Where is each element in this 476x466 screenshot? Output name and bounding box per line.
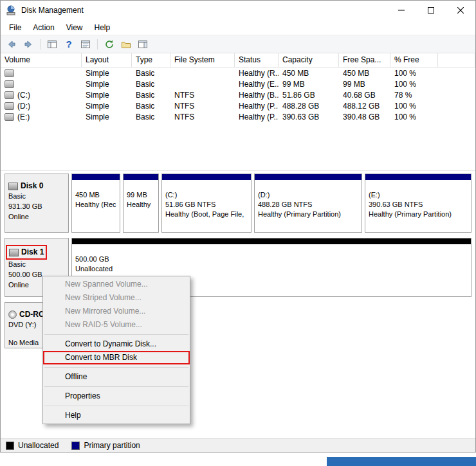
filesystem-cell: NTFS bbox=[170, 100, 235, 111]
column-header-pctfree[interactable]: % Free bbox=[390, 53, 438, 67]
console-tree-icon[interactable] bbox=[45, 37, 59, 51]
volume-table-header: Volume Layout Type File System Status Ca… bbox=[1, 53, 475, 67]
partition-size: 450 MB bbox=[75, 190, 116, 200]
menu-item-new-striped-volume: New Striped Volume... bbox=[43, 291, 190, 305]
status-cell: Healthy (E... bbox=[235, 78, 279, 89]
pctfree-cell: 78 % bbox=[390, 89, 438, 100]
partition-color-strip bbox=[124, 174, 158, 180]
filler-cell bbox=[438, 67, 475, 78]
disk1-type: Basic bbox=[8, 260, 65, 270]
volume-cell: (C:) bbox=[1, 89, 82, 100]
column-header-capacity[interactable]: Capacity bbox=[279, 53, 339, 67]
toolbar-separator bbox=[40, 39, 41, 49]
menu-item-convert-to-mbr-disk[interactable]: Convert to MBR Disk bbox=[43, 351, 190, 364]
type-cell: Basic bbox=[132, 67, 170, 78]
disk-management-window: Disk Management File Action View Help bbox=[0, 0, 476, 453]
volume-name: (E:) bbox=[17, 112, 30, 121]
partition-title: (E:) bbox=[369, 190, 468, 200]
filesystem-cell: NTFS bbox=[170, 89, 235, 100]
help-icon[interactable]: ? bbox=[62, 37, 76, 51]
status-cell: Healthy (B... bbox=[235, 89, 279, 100]
column-header-status[interactable]: Status bbox=[235, 53, 279, 67]
filler-cell bbox=[438, 111, 475, 122]
disk0-row: Disk 0 Basic 931.30 GB Online 450 MB Hea… bbox=[5, 174, 471, 233]
properties-icon[interactable] bbox=[78, 37, 93, 51]
freespace-cell: 99 MB bbox=[339, 78, 390, 89]
menu-item-convert-to-dynamic-disk[interactable]: Convert to Dynamic Disk... bbox=[43, 337, 190, 351]
filesystem-cell bbox=[170, 67, 235, 78]
close-button[interactable] bbox=[446, 1, 475, 20]
partition-size: 488.28 GB NTFS bbox=[258, 200, 358, 210]
cd-icon bbox=[8, 310, 17, 319]
menu-item-properties[interactable]: Properties bbox=[43, 390, 190, 403]
volume-cell: (E:) bbox=[1, 111, 82, 122]
capacity-cell: 450 MB bbox=[279, 67, 339, 78]
partition-size: 99 MB bbox=[127, 190, 155, 200]
volume-row[interactable]: Simple Basic Healthy (E... 99 MB 99 MB 1… bbox=[1, 78, 475, 89]
pctfree-cell: 100 % bbox=[390, 100, 438, 111]
partition-info: (D:) 488.28 GB NTFS Healthy (Primary Par… bbox=[255, 180, 362, 219]
status-cell: Healthy (P... bbox=[235, 100, 279, 111]
type-cell: Basic bbox=[132, 78, 170, 89]
menu-separator bbox=[44, 386, 188, 387]
freespace-cell: 40.68 GB bbox=[339, 89, 390, 100]
column-header-freespace[interactable]: Free Spa... bbox=[339, 53, 390, 67]
partition-title: (D:) bbox=[258, 190, 358, 200]
partition-e[interactable]: (E:) 390.63 GB NTFS Healthy (Primary Par… bbox=[365, 174, 471, 233]
disk-icon bbox=[8, 183, 18, 190]
freespace-cell: 390.48 GB bbox=[339, 111, 390, 122]
minimize-button[interactable] bbox=[387, 1, 416, 20]
drive-icon bbox=[5, 91, 14, 99]
volume-row[interactable]: (C:) Simple Basic NTFS Healthy (B... 51.… bbox=[1, 89, 475, 100]
partition-status: Healthy (Rec bbox=[75, 200, 116, 210]
volume-row[interactable]: Simple Basic Healthy (R... 450 MB 450 MB… bbox=[1, 67, 475, 78]
volume-row[interactable]: (D:) Simple Basic NTFS Healthy (P... 488… bbox=[1, 100, 475, 111]
menu-item-new-raid5-volume: New RAID-5 Volume... bbox=[43, 318, 190, 332]
primary-partition-swatch bbox=[71, 442, 80, 450]
partition-recovery[interactable]: 450 MB Healthy (Rec bbox=[71, 174, 120, 233]
maximize-button[interactable] bbox=[416, 1, 446, 20]
action-pane-icon[interactable] bbox=[136, 37, 150, 51]
filesystem-cell: NTFS bbox=[170, 111, 235, 122]
forward-icon[interactable] bbox=[21, 37, 35, 51]
partition-d[interactable]: (D:) 488.28 GB NTFS Healthy (Primary Par… bbox=[254, 174, 362, 233]
column-header-filesystem[interactable]: File System bbox=[170, 53, 235, 67]
layout-cell: Simple bbox=[82, 111, 132, 122]
partition-status: Healthy (Boot, Page File, bbox=[165, 210, 248, 219]
layout-cell: Simple bbox=[82, 78, 132, 89]
menu-item-help[interactable]: Help bbox=[43, 409, 190, 422]
partition-color-strip bbox=[365, 174, 471, 180]
freespace-cell: 450 MB bbox=[339, 67, 390, 78]
refresh-icon[interactable] bbox=[102, 37, 116, 51]
type-cell: Basic bbox=[132, 89, 170, 100]
menu-help[interactable]: Help bbox=[89, 21, 116, 34]
menu-item-offline[interactable]: Offline bbox=[43, 370, 190, 384]
pctfree-cell: 100 % bbox=[390, 67, 438, 78]
capacity-cell: 51.86 GB bbox=[279, 89, 339, 100]
disk1-annotation-box: Disk 1 bbox=[6, 245, 47, 260]
menu-action[interactable]: Action bbox=[27, 21, 60, 34]
partition-size: 500.00 GB bbox=[75, 255, 468, 264]
partition-color-strip bbox=[255, 174, 362, 180]
partition-info: 500.00 GB Unallocated bbox=[72, 244, 471, 274]
export-list-icon[interactable] bbox=[119, 37, 133, 51]
partition-info: 99 MB Healthy bbox=[124, 180, 158, 210]
partition-color-strip bbox=[162, 174, 251, 180]
disk0-panel[interactable]: Disk 0 Basic 931.30 GB Online bbox=[5, 174, 69, 233]
menu-file[interactable]: File bbox=[3, 21, 27, 34]
menu-separator bbox=[44, 406, 188, 406]
column-header-type[interactable]: Type bbox=[132, 53, 170, 67]
menu-separator bbox=[44, 334, 188, 335]
menu-view[interactable]: View bbox=[60, 21, 89, 34]
menu-item-new-spanned-volume: New Spanned Volume... bbox=[43, 278, 190, 291]
partition-info: 450 MB Healthy (Rec bbox=[72, 180, 120, 210]
unallocated-swatch bbox=[6, 442, 14, 450]
back-icon[interactable] bbox=[5, 37, 19, 51]
freespace-cell: 488.12 GB bbox=[339, 100, 390, 111]
partition-c[interactable]: (C:) 51.86 GB NTFS Healthy (Boot, Page F… bbox=[161, 174, 252, 233]
partition-efi[interactable]: 99 MB Healthy bbox=[123, 174, 159, 233]
column-header-volume[interactable]: Volume bbox=[1, 53, 82, 67]
disk0-partitions: 450 MB Healthy (Rec 99 MB Healthy (C:) bbox=[71, 174, 471, 233]
column-header-layout[interactable]: Layout bbox=[82, 53, 132, 67]
volume-row[interactable]: (E:) Simple Basic NTFS Healthy (P... 390… bbox=[1, 111, 475, 122]
